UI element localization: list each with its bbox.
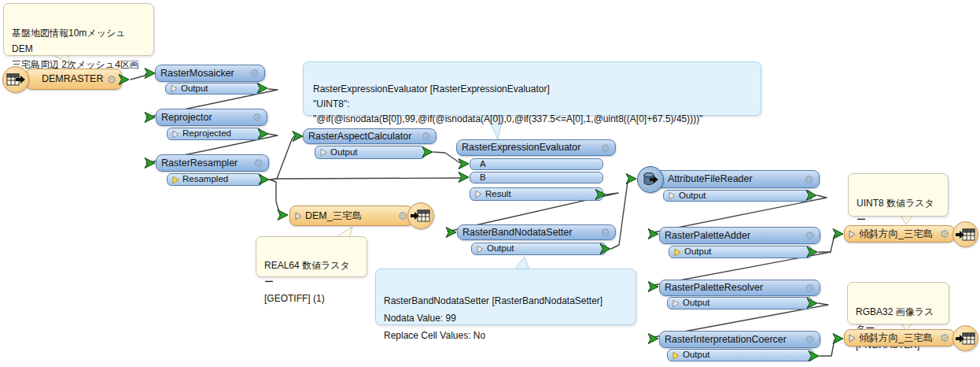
connection-wire	[818, 235, 834, 252]
gear-icon[interactable]: ⚙	[253, 158, 263, 169]
port-output-attributefilereader[interactable]: Output	[663, 190, 812, 202]
port-run-icon	[672, 299, 680, 308]
feature-type-icon	[849, 334, 856, 343]
port-result-rasterexpressionevaluator[interactable]: Result	[470, 187, 603, 201]
gear-icon[interactable]: ⚙	[397, 210, 407, 221]
node-label: DEM_三宅島	[305, 211, 362, 221]
port-output-rasterpaletteresolver[interactable]: Output	[667, 297, 812, 310]
node-rastermosaicker[interactable]: RasterMosaicker ⚙	[155, 65, 265, 82]
node-keisha-houkou-miyakejima-2[interactable]: 傾斜方向_三宅島 ⚙	[844, 329, 955, 347]
port-label: Reprojected	[182, 129, 231, 139]
node-label: RasterBandNodataSetter	[462, 228, 573, 238]
node-attributefilereader[interactable]: AttributeFileReader ⚙	[643, 170, 820, 188]
port-run-icon-cached	[672, 351, 680, 360]
gear-icon[interactable]: ⚙	[249, 68, 260, 79]
port-label: B	[480, 173, 486, 183]
node-rasterpaletteadder[interactable]: RasterPaletteAdder ⚙	[659, 227, 820, 244]
gear-icon[interactable]: ⚙	[252, 112, 262, 123]
port-label: Output	[487, 244, 514, 254]
port-run-icon	[477, 245, 484, 254]
port-run-icon-cached	[172, 176, 179, 184]
port-label: Output	[679, 191, 706, 201]
feature-type-icon	[295, 212, 302, 221]
node-label: 傾斜方向_三宅島	[859, 229, 933, 239]
connection-wire	[270, 178, 460, 180]
node-label: 傾斜方向_三宅島	[859, 333, 933, 343]
node-label: RasterAspectCalculator	[308, 132, 411, 142]
node-rasterresampler[interactable]: RasterResampler ⚙	[156, 154, 269, 172]
reader-table-icon[interactable]	[2, 66, 29, 93]
port-label: Result	[485, 190, 511, 199]
port-output-rasterinterpretationcoercer[interactable]: Output	[667, 349, 814, 361]
gear-icon[interactable]: ⚙	[600, 143, 610, 154]
node-label: DEMRASTER	[42, 74, 103, 84]
port-output-rasteraspectcalculator[interactable]: Output	[315, 146, 426, 159]
node-rasteraspectcalculator[interactable]: RasterAspectCalculator ⚙	[303, 128, 437, 144]
connection-wire	[131, 73, 146, 80]
connection-wire	[820, 339, 834, 356]
node-rasterexpressionevaluator[interactable]: RasterExpressionEvaluator ⚙	[456, 139, 616, 156]
port-run-icon	[475, 190, 482, 198]
port-resampled-rasterresampler[interactable]: Resampled	[167, 173, 263, 186]
gear-icon[interactable]: ⚙	[939, 228, 949, 239]
port-label: Output	[181, 84, 208, 94]
node-label: RasterExpressionEvaluator	[462, 143, 580, 153]
workflow-canvas: 基盤地図情報10mメッシュDEM 三宅島周辺 2次メッシュ4区画 *.xml […	[0, 0, 980, 367]
connection-wire	[270, 180, 280, 215]
node-label: RasterResampler	[161, 158, 238, 169]
node-reprojector[interactable]: Reprojector ⚙	[156, 109, 267, 126]
gear-icon[interactable]: ⚙	[106, 74, 116, 85]
node-label: RasterInterpretationCoercer	[665, 335, 787, 345]
port-reprojected-reprojector[interactable]: Reprojected	[167, 128, 262, 140]
port-label: Output	[330, 148, 358, 158]
port-label: Output	[684, 247, 712, 257]
gear-icon[interactable]: ⚙	[805, 334, 815, 345]
table-arrow-icon	[6, 72, 26, 87]
node-keisha-houkou-miyakejima-1[interactable]: 傾斜方向_三宅島 ⚙	[844, 225, 955, 243]
port-run-icon	[172, 130, 179, 139]
table-arrow-icon	[956, 331, 976, 347]
port-input-a-rasterexpressionevaluator[interactable]: A	[470, 158, 603, 170]
port-run-icon	[669, 191, 676, 200]
gear-icon[interactable]: ⚙	[421, 131, 431, 142]
node-label: RasterPaletteResolver	[665, 283, 763, 293]
gear-icon[interactable]: ⚙	[939, 332, 949, 343]
node-label: Reprojector	[161, 113, 212, 123]
gear-icon[interactable]: ⚙	[804, 174, 814, 185]
gear-icon[interactable]: ⚙	[805, 230, 815, 241]
feature-type-icon	[849, 230, 856, 239]
port-run-icon	[171, 84, 178, 93]
connection-wire	[270, 136, 294, 180]
database-icon[interactable]	[637, 166, 664, 193]
table-arrow-icon	[956, 227, 976, 243]
writer-table-icon[interactable]	[952, 221, 978, 247]
port-label: Output	[683, 298, 710, 308]
port-run-icon-cached	[674, 248, 681, 257]
node-label: RasterPaletteAdder	[665, 231, 750, 241]
node-label: RasterMosaicker	[160, 69, 234, 79]
port-run-icon	[320, 148, 327, 157]
writer-table-icon[interactable]	[952, 325, 978, 351]
node-dem-miyakejima-writer[interactable]: DEM_三宅島 ⚙	[289, 206, 413, 226]
connection-wires	[0, 0, 980, 367]
port-output-rasterbandnodatasetter[interactable]: Output	[471, 243, 606, 255]
table-arrow-icon	[411, 208, 431, 224]
port-label: Resampled	[182, 175, 228, 184]
node-label: AttributeFileReader	[668, 174, 753, 184]
port-label: A	[480, 160, 486, 169]
database-arrow-icon	[641, 171, 660, 188]
node-rasterpaletteresolver[interactable]: RasterPaletteResolver ⚙	[659, 280, 820, 296]
port-output-rasterpaletteadder[interactable]: Output	[669, 246, 812, 258]
gear-icon[interactable]: ⚙	[600, 227, 610, 238]
writer-table-icon[interactable]	[407, 202, 434, 229]
port-label: Output	[683, 350, 710, 360]
node-demraster[interactable]: DEMRASTER ⚙	[25, 69, 122, 90]
gear-icon[interactable]: ⚙	[805, 283, 815, 294]
node-rasterbandnodatasetter[interactable]: RasterBandNodataSetter ⚙	[457, 224, 616, 240]
port-input-b-rasterexpressionevaluator[interactable]: B	[470, 172, 603, 184]
connection-wire	[433, 152, 460, 163]
port-output-rastermosaicker[interactable]: Output	[165, 83, 262, 95]
node-rasterinterpretationcoercer[interactable]: RasterInterpretationCoercer ⚙	[659, 331, 820, 348]
